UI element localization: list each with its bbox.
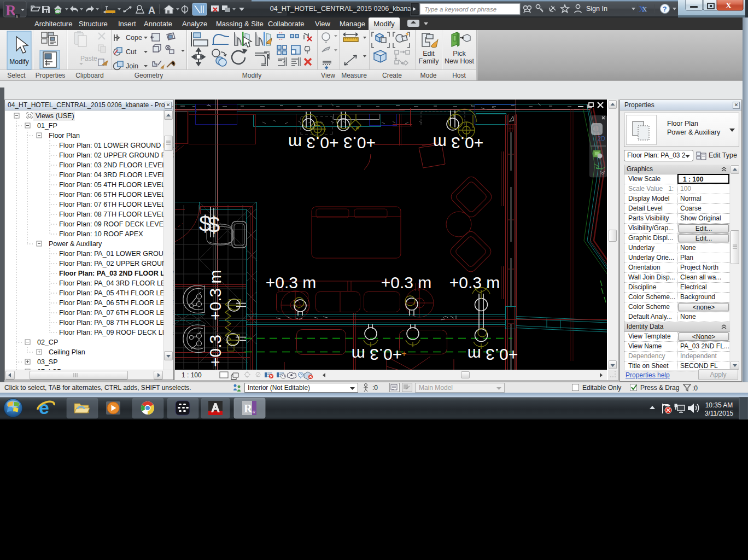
svg-text:A: A [148, 5, 155, 16]
svg-text:+0.3 m: +0.3 m [266, 273, 317, 291]
svg-text:03_SP: 03_SP [37, 358, 58, 366]
svg-text:01_FP: 01_FP [37, 122, 57, 130]
svg-text:X: X [726, 1, 732, 10]
svg-text:+0.3: +0.3 [206, 335, 224, 367]
svg-text:Floor Plan: PA_02 UPPER GROUND: Floor Plan: PA_02 UPPER GROUND F [59, 260, 173, 267]
svg-text:Floor Plan: 07 6TH FLOOR LEVEL: Floor Plan: 07 6TH FLOOR LEVEL [59, 201, 165, 208]
svg-text:Paste: Paste [80, 55, 97, 62]
svg-text:Views (USE): Views (USE) [36, 112, 74, 120]
svg-text:+0.3 m: +0.3 m [433, 134, 484, 152]
svg-text:2D: 2D [598, 135, 605, 142]
svg-text:Sign In: Sign In [586, 5, 607, 13]
svg-text:10:35 AM: 10:35 AM [705, 401, 733, 409]
svg-text:+0.3 m: +0.3 m [206, 270, 224, 320]
svg-text:Floor Plan: PA_05 4TH FLOOR LE: Floor Plan: PA_05 4TH FLOOR LEVE [59, 289, 173, 297]
svg-text:Floor Plan: 03 2ND FLOOR LEVEL: Floor Plan: 03 2ND FLOOR LEVEL [59, 161, 166, 169]
svg-text:Floor Plan: Floor Plan [49, 132, 80, 139]
svg-text:Floor Plan: 02 UPPER GROUND FL: Floor Plan: 02 UPPER GROUND FLOC [59, 151, 173, 159]
svg-text:Modify: Modify [9, 58, 28, 66]
svg-text:04_HT_HOTEL_CENTRAL_2015 0206_: 04_HT_HOTEL_CENTRAL_2015 0206_kbanat... [270, 5, 419, 13]
svg-text:New Host: New Host [445, 57, 475, 65]
svg-text:Floor Plan: PA_07 6TH FLOOR LE: Floor Plan: PA_07 6TH FLOOR LEVE [59, 309, 173, 317]
svg-text:Floor Plan: 09 ROOF DECK LEVEL: Floor Plan: 09 ROOF DECK LEVEL [59, 220, 167, 228]
svg-text:Cope: Cope [126, 34, 142, 42]
svg-text:Ceiling Plan: Ceiling Plan [49, 348, 85, 356]
svg-text:Pick: Pick [453, 50, 466, 57]
svg-text:R: R [244, 402, 253, 415]
svg-text:Floor Plan: 01 LOWER GROUND FL: Floor Plan: 01 LOWER GROUND FLO [59, 142, 173, 149]
svg-text:Floor Plan: PA_09 ROOF DECK LE: Floor Plan: PA_09 ROOF DECK LEVE [59, 329, 173, 336]
svg-text:Family: Family [419, 57, 440, 65]
svg-text:Cut: Cut [126, 48, 137, 56]
svg-text:R: R [253, 410, 255, 414]
svg-text:Floor Plan: 06 5TH FLOOR LEVEL: Floor Plan: 06 5TH FLOOR LEVEL [59, 191, 165, 199]
svg-text:e: e [39, 397, 49, 418]
svg-text:+0.3 m: +0.3 m [468, 346, 518, 364]
svg-text:3/11/2015: 3/11/2015 [705, 410, 734, 417]
svg-text:Edit: Edit [423, 50, 435, 57]
svg-text:Floor Plan: PA_04 3RD FLOOR LE: Floor Plan: PA_04 3RD FLOOR LEVE [59, 279, 173, 287]
svg-text:+0.3 m: +0.3 m [352, 346, 402, 364]
svg-text:Floor Plan: 10 ROOF APEX: Floor Plan: 10 ROOF APEX [59, 230, 143, 238]
svg-text:Floor Plan: PA_06 5TH FLOOR LE: Floor Plan: PA_06 5TH FLOOR LEVE [59, 299, 173, 307]
svg-text:02_CP: 02_CP [37, 339, 58, 346]
svg-text:+: + [401, 349, 406, 358]
svg-text:Floor Plan: 05 4TH FLOOR LEVEL: Floor Plan: 05 4TH FLOOR LEVEL [59, 181, 165, 189]
svg-text:Type a keyword or phrase: Type a keyword or phrase [424, 6, 496, 13]
svg-text:Power & Auxiliary: Power & Auxiliary [49, 240, 102, 248]
svg-text:Floor Plan: 08 7TH FLOOR LEVEL: Floor Plan: 08 7TH FLOOR LEVEL [59, 211, 165, 218]
svg-text:+0.3 m: +0.3 m [449, 273, 500, 291]
svg-text:Join: Join [126, 62, 138, 70]
svg-text:X: X [642, 5, 647, 13]
svg-text:Floor Plan: PA_08 7TH FLOOR LE: Floor Plan: PA_08 7TH FLOOR LEVE [59, 319, 173, 326]
svg-text:+0.3 +0.3 m: +0.3 +0.3 m [288, 134, 376, 152]
svg-text:Floor Plan: PA_03 2ND FLOOR LE: Floor Plan: PA_03 2ND FLOOR LEVE [59, 270, 173, 277]
svg-text:+0.3 m: +0.3 m [381, 273, 432, 291]
svg-text:Floor Plan: PA_01 LOWER GROUND: Floor Plan: PA_01 LOWER GROUND I [59, 250, 173, 258]
svg-text:?: ? [663, 5, 667, 13]
svg-text:Floor Plan: 04 3RD FLOOR LEVEL: Floor Plan: 04 3RD FLOOR LEVEL [59, 171, 166, 179]
